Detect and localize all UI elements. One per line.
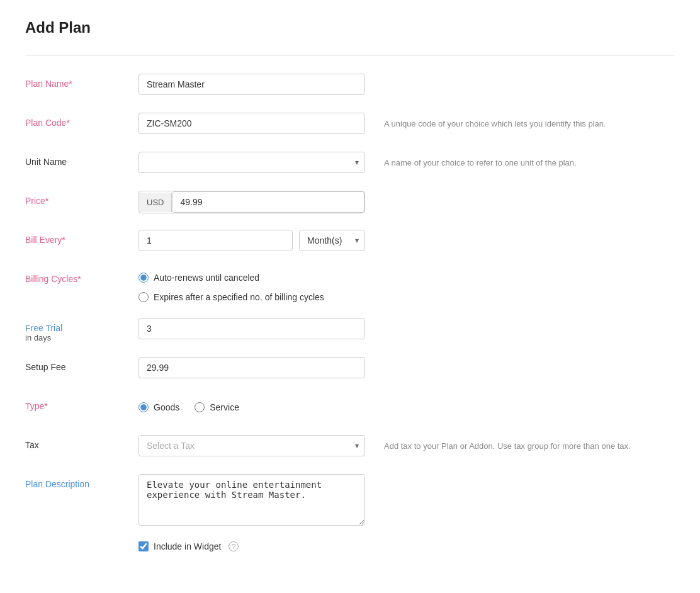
bill-every-row: Bill Every* Day(s) Week(s) Month(s) Year… [25,230,675,255]
billing-cycles-control: Auto-renews until canceled Expires after… [138,269,365,304]
tax-select[interactable]: Select a Tax [138,435,365,456]
price-control: USD [138,191,365,213]
type-control: Goods Service [138,396,365,414]
price-currency: USD [139,193,172,212]
type-service-label: Service [210,401,239,414]
billing-cycles-autorenew-label: Auto-renews until canceled [154,271,259,285]
setup-fee-input[interactable] [138,357,365,378]
unit-name-select[interactable] [138,152,365,173]
include-widget-label: Include in Widget [154,541,221,551]
tax-select-wrap: Select a Tax ▾ [138,435,365,456]
plan-name-row: Plan Name* [25,74,675,99]
free-trial-label-main: Free Trial [25,323,138,333]
billing-cycles-expires-radio[interactable] [138,292,149,302]
tax-row: Tax Select a Tax ▾ Add tax to your Plan … [25,435,675,460]
include-widget-checkbox[interactable] [138,541,149,551]
type-row: Type* Goods Service [25,396,675,421]
setup-fee-label: Setup Fee [25,357,138,372]
plan-code-control [138,113,365,134]
billing-cycles-row: Billing Cycles* Auto-renews until cancel… [25,269,675,304]
billing-cycles-expires-label: Expires after a specified no. of billing… [154,291,324,304]
setup-fee-row: Setup Fee [25,357,675,382]
tax-control: Select a Tax ▾ [138,435,365,456]
unit-name-row: Unit Name ▾ A name of your choice to ref… [25,152,675,177]
help-icon[interactable]: ? [229,541,239,551]
price-input[interactable] [172,191,364,213]
plan-name-label: Plan Name* [25,74,138,89]
unit-name-control: ▾ [138,152,365,173]
bill-every-wrap: Day(s) Week(s) Month(s) Year(s) ▾ [138,230,365,251]
plan-description-row: Plan Description Elevate your online ent… [25,474,675,528]
type-radio-group: Goods Service [138,396,365,414]
plan-code-input[interactable] [138,113,365,134]
page-title: Add Plan [25,19,675,37]
tax-hint: Add tax to your Plan or Addon. Use tax g… [384,435,631,453]
plan-code-row: Plan Code* A unique code of your choice … [25,113,675,138]
free-trial-label-wrap: Free Trial in days [25,323,138,342]
bill-every-period-wrap: Day(s) Week(s) Month(s) Year(s) ▾ [299,230,365,251]
unit-name-select-wrap: ▾ [138,152,365,173]
include-widget-spacer [25,541,138,546]
free-trial-row: Free Trial in days [25,318,675,343]
unit-name-hint: A name of your choice to refer to one un… [384,152,577,169]
billing-cycles-autorenew-radio[interactable] [138,273,149,283]
plan-code-hint: A unique code of your choice which lets … [384,113,606,130]
price-row: Price* USD [25,191,675,216]
bill-every-number-input[interactable] [138,230,293,251]
bill-every-control: Day(s) Week(s) Month(s) Year(s) ▾ [138,230,365,251]
divider [25,55,675,56]
setup-fee-control [138,357,365,378]
billing-cycles-expires-option[interactable]: Expires after a specified no. of billing… [138,291,365,304]
type-service-option[interactable]: Service [195,401,239,414]
plan-description-label: Plan Description [25,474,138,489]
free-trial-label: Free Trial in days [25,318,138,342]
price-input-group: USD [138,191,365,213]
bill-every-period-select[interactable]: Day(s) Week(s) Month(s) Year(s) [299,230,365,251]
plan-name-control [138,74,365,95]
type-goods-label: Goods [154,401,179,414]
type-goods-radio[interactable] [138,402,149,412]
type-label: Type* [25,396,138,411]
bill-every-label: Bill Every* [25,230,138,245]
type-goods-option[interactable]: Goods [138,401,179,414]
unit-name-label: Unit Name [25,152,138,167]
plan-code-label: Plan Code* [25,113,138,128]
type-service-radio[interactable] [195,402,205,412]
free-trial-input[interactable] [138,318,365,339]
include-widget-control: Include in Widget ? [138,541,365,551]
free-trial-control [138,318,365,339]
plan-description-textarea[interactable]: Elevate your online entertainment experi… [138,474,365,526]
add-plan-form: Add Plan Plan Name* Plan Code* A unique … [25,19,675,567]
plan-name-input[interactable] [138,74,365,95]
free-trial-label-sub: in days [25,333,138,342]
billing-cycles-label: Billing Cycles* [25,269,138,284]
tax-label: Tax [25,435,138,450]
include-widget-wrap: Include in Widget ? [138,541,365,551]
plan-description-control: Elevate your online entertainment experi… [138,474,365,528]
billing-cycles-autorenew-option[interactable]: Auto-renews until canceled [138,271,365,285]
billing-cycles-radio-group: Auto-renews until canceled Expires after… [138,269,365,304]
include-widget-row: Include in Widget ? [25,541,675,567]
price-label: Price* [25,191,138,206]
